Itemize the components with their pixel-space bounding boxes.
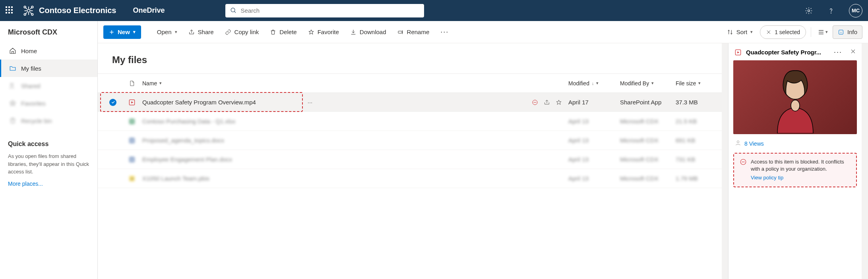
tenant-title: Microsoft CDX: [0, 28, 97, 42]
info-button[interactable]: Info: [833, 25, 862, 39]
main: New ▾ Open▾ Share Copy link Delete Favor…: [98, 21, 868, 279]
chevron-down-icon: ▾: [133, 29, 136, 35]
sidebar-item-label: Favorites: [21, 100, 46, 107]
new-button-label: New: [118, 29, 130, 35]
table-row[interactable]: Contoso Purchasing Data - Q1.xlsx April …: [98, 112, 722, 131]
sidebar-item-shared[interactable]: Shared: [0, 77, 97, 94]
people-icon: [9, 82, 16, 89]
row-more-icon[interactable]: ···: [304, 99, 316, 106]
svg-point-7: [831, 13, 831, 13]
more-icon[interactable]: ···: [834, 48, 842, 56]
file-name[interactable]: Proposed_agenda_topics.docx: [142, 137, 224, 144]
cell-modified: April 17: [568, 99, 620, 106]
page-title: My files: [98, 54, 722, 73]
sidebar: Microsoft CDX Home My files Shared Favor…: [0, 21, 98, 279]
pbix-file-icon: [128, 175, 136, 183]
quick-access-title: Quick access: [0, 129, 97, 150]
overflow-button[interactable]: ···: [436, 25, 453, 39]
table-row[interactable]: X1050 Launch Team.pbix April 13 Microsof…: [98, 169, 722, 188]
rename-button[interactable]: Rename: [393, 25, 434, 39]
sidebar-item-home[interactable]: Home: [0, 42, 97, 60]
sidebar-item-favorites[interactable]: Favorites: [0, 94, 97, 112]
close-icon[interactable]: [850, 48, 856, 56]
policy-alert: Access to this item is blocked. It confl…: [733, 153, 857, 187]
chevron-down-icon: ▾: [159, 81, 162, 86]
search-input[interactable]: [241, 7, 419, 14]
person-icon: [735, 140, 741, 147]
policy-tip-link[interactable]: View policy tip: [751, 174, 851, 181]
more-icon: ···: [440, 28, 449, 36]
svg-point-5: [231, 8, 235, 12]
star-icon[interactable]: [554, 98, 564, 107]
more-places-link[interactable]: More places...: [0, 178, 97, 189]
sort-button[interactable]: Sort▾: [723, 25, 757, 39]
list-header: Name▾ Modified↓▾ Modified By▾ File size▾: [98, 74, 722, 93]
delete-button[interactable]: Delete: [266, 25, 300, 39]
open-button[interactable]: Open▾: [153, 25, 181, 39]
chevron-down-icon: ▾: [750, 29, 753, 35]
selection-pill[interactable]: 1 selected: [760, 25, 806, 39]
help-icon[interactable]: [824, 4, 838, 17]
svg-rect-9: [398, 31, 402, 33]
blocked-icon[interactable]: [530, 98, 540, 107]
brand-logo-icon: [23, 5, 34, 16]
views-count: 8 Views: [744, 140, 764, 147]
favorite-button[interactable]: Favorite: [304, 25, 343, 39]
excel-file-icon: [128, 117, 136, 125]
file-name[interactable]: Contoso Purchasing Data - Q1.xlsx: [142, 118, 235, 125]
share-button[interactable]: Share: [184, 25, 218, 39]
sidebar-item-label: My files: [21, 65, 41, 72]
clear-icon[interactable]: [766, 29, 771, 35]
column-size[interactable]: File size▾: [676, 80, 715, 87]
svg-point-6: [808, 10, 810, 12]
chevron-down-icon: ▾: [651, 81, 654, 86]
app-launcher-icon[interactable]: [6, 6, 14, 15]
search-box[interactable]: [225, 4, 424, 17]
table-row[interactable]: Quadcopter Safety Program Overview.mp4 ·…: [98, 93, 722, 112]
trash-icon: [9, 117, 16, 124]
details-pane: Quadcopter Safety Progr... ··· 8 Views: [728, 43, 862, 279]
view-options-button[interactable]: ▾: [816, 25, 829, 39]
cell-modified-by: SharePoint App: [620, 99, 676, 106]
table-row[interactable]: Employee Engagement Plan.docx April 13 M…: [98, 150, 722, 169]
column-modified[interactable]: Modified↓▾: [568, 80, 620, 87]
download-button[interactable]: Download: [346, 25, 390, 39]
file-name[interactable]: Employee Engagement Plan.docx: [142, 156, 232, 163]
sidebar-item-recycle[interactable]: Recycle bin: [0, 112, 97, 129]
scrollbar[interactable]: [722, 43, 728, 279]
info-icon: [838, 29, 844, 35]
list-view-icon: [818, 29, 825, 36]
sidebar-item-label: Shared: [21, 83, 40, 89]
row-checkbox[interactable]: [109, 99, 116, 106]
share-icon[interactable]: [542, 98, 552, 107]
file-name[interactable]: Quadcopter Safety Program Overview.mp4: [142, 99, 256, 106]
command-bar: New ▾ Open▾ Share Copy link Delete Favor…: [98, 21, 868, 43]
file-name[interactable]: X1050 Launch Team.pbix: [142, 175, 209, 182]
svg-point-8: [11, 83, 13, 86]
rename-icon: [397, 29, 404, 35]
column-modified-by[interactable]: Modified By▾: [620, 80, 676, 87]
video-thumbnail[interactable]: [733, 60, 857, 134]
alert-text: Access to this item is blocked. It confl…: [751, 159, 844, 172]
column-name[interactable]: Name▾: [142, 80, 568, 87]
table-row[interactable]: Proposed_agenda_topics.docx April 13 Mic…: [98, 131, 722, 150]
chevron-down-icon: ▾: [175, 29, 177, 35]
views-row[interactable]: 8 Views: [728, 134, 862, 153]
brand-name: Contoso Electronics: [39, 6, 116, 15]
link-icon: [225, 29, 231, 35]
home-icon: [9, 47, 16, 54]
scrollbar[interactable]: [862, 43, 868, 279]
share-icon: [188, 29, 195, 35]
new-button[interactable]: New ▾: [103, 25, 141, 39]
copy-link-button[interactable]: Copy link: [221, 25, 263, 39]
quick-access-help: As you open files from shared libraries,…: [0, 150, 97, 178]
app-header: Contoso Electronics OneDrive MC: [0, 0, 868, 21]
user-avatar[interactable]: MC: [849, 4, 862, 17]
sidebar-item-myfiles[interactable]: My files: [0, 60, 97, 77]
video-file-icon: [128, 98, 136, 106]
settings-icon[interactable]: [802, 4, 816, 17]
word-file-icon: [128, 156, 136, 164]
app-name[interactable]: OneDrive: [133, 6, 165, 15]
svg-point-19: [791, 100, 800, 111]
cell-size: 37.3 MB: [676, 99, 715, 106]
